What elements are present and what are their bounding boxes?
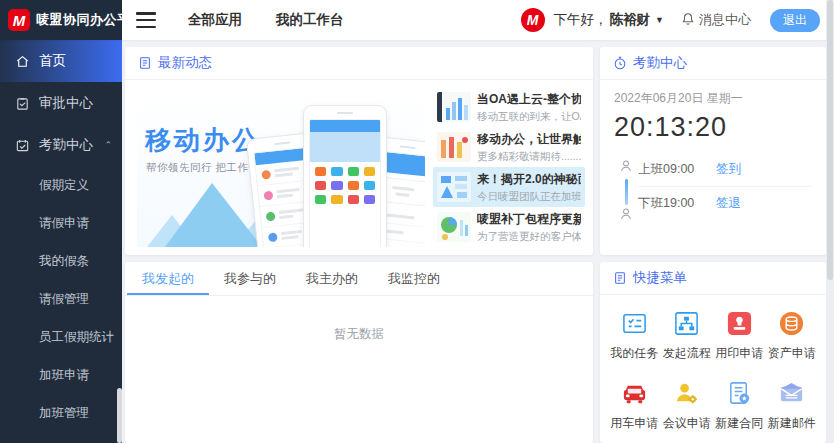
news-item-title: 唛盟补丁包程序更新 [477, 211, 581, 228]
news-thumbnail-chart [437, 92, 471, 122]
clock-out-label: 下班19:00 [638, 195, 716, 212]
quick-menu-card: 快捷菜单 我的任务 发起流程 用印申请 [600, 262, 826, 443]
collapse-menu-icon[interactable] [136, 12, 156, 28]
quick-meeting-apply[interactable]: 会议申请 [661, 379, 714, 432]
news-item-desc: 更多精彩敬请期待....... [477, 150, 581, 164]
sidebar-sub-employee-holiday-stats[interactable]: 员工假期统计 [0, 318, 122, 356]
tab-initiated-by-me[interactable]: 我发起的 [127, 262, 209, 295]
quick-menu-title: 快捷菜单 [633, 269, 687, 287]
quick-seal-apply[interactable]: 用印申请 [713, 309, 766, 362]
app-title: 唛盟协同办公平台 [36, 11, 144, 29]
quick-vehicle-apply[interactable]: 用车申请 [608, 379, 661, 432]
quick-asset-apply[interactable]: 资产申请 [766, 309, 819, 362]
news-item[interactable]: 唛盟补丁包程序更新 为了营造更好的客户体验，唛 [433, 207, 585, 247]
news-item-title: 当OA遇上云-整个协同OA [477, 91, 581, 108]
person-gear-icon [673, 379, 701, 407]
greeting-text: 下午好， [554, 11, 608, 29]
tab-participated-by-me[interactable]: 我参与的 [209, 262, 291, 295]
sidebar-item-label: 首页 [39, 52, 66, 70]
calendar-icon [15, 138, 30, 153]
sidebar-sub-leave-manage[interactable]: 请假管理 [0, 280, 122, 318]
attendance-title: 考勤中心 [633, 54, 687, 72]
clock-in-label: 上班09:00 [638, 161, 716, 178]
news-item-title: 移动办公，让世界触手可 [477, 131, 581, 148]
quick-item-label: 发起流程 [663, 345, 711, 362]
news-list: 当OA遇上云-整个协同OA 移动互联的到来，让OA与云 移动办公，让世界触手可 … [433, 87, 585, 247]
tab-monitored-by-me[interactable]: 我监控的 [373, 262, 455, 295]
news-item[interactable]: 移动办公，让世界触手可 更多精彩敬请期待....... [433, 127, 585, 167]
logout-button[interactable]: 退出 [770, 9, 820, 32]
person-icon [619, 207, 633, 225]
quick-item-label: 新建邮件 [768, 415, 816, 432]
top-header: M 唛盟协同办公平台 全部应用 我的工作台 M 下午好，陈裕财 ▼ 消息中心 退… [0, 0, 834, 40]
top-nav: 全部应用 我的工作台 [188, 11, 344, 29]
sidebar-scrollbar[interactable] [117, 388, 122, 443]
page-scrollbar-thumb[interactable] [827, 0, 833, 280]
clock-in-link[interactable]: 签到 [716, 161, 741, 178]
sidebar-item-label: 审批中心 [39, 94, 93, 112]
news-item[interactable]: 当OA遇上云-整个协同OA 移动互联的到来，让OA与云 [433, 87, 585, 127]
quick-item-label: 新建合同 [715, 415, 763, 432]
message-center-label: 消息中心 [699, 11, 751, 29]
user-name: 陈裕财 [610, 11, 651, 29]
quick-new-contract[interactable]: 新建合同 [713, 379, 766, 432]
quick-item-label: 会议申请 [663, 415, 711, 432]
news-banner: 移动办公 帮你领先同行 把工作带出办公室 [137, 87, 425, 247]
bell-icon [681, 12, 695, 29]
sidebar-item-attendance-center[interactable]: 考勤中心 ⌃ [0, 124, 122, 166]
news-item-desc: 为了营造更好的客户体验，唛 [477, 230, 581, 244]
sidebar: 首页 审批中心 考勤中心 ⌃ 假期定义 请假申请 我的假条 请假管理 员工假期统… [0, 40, 122, 443]
empty-state-text: 暂无数据 [125, 296, 593, 343]
document-icon [138, 56, 152, 70]
quick-item-label: 我的任务 [610, 345, 658, 362]
attendance-card: 考勤中心 2022年06月20日 星期一 20:13:20 上班09:00 [600, 47, 826, 255]
sidebar-sub-my-leave-notes[interactable]: 我的假条 [0, 242, 122, 280]
quick-menu-grid: 我的任务 发起流程 用印申请 资产申请 [600, 295, 826, 432]
header-right: M 下午好，陈裕财 ▼ 消息中心 退出 [521, 8, 834, 32]
quick-start-process[interactable]: 发起流程 [661, 309, 714, 362]
quick-item-label: 资产申请 [768, 345, 816, 362]
quick-new-mail[interactable]: 新建邮件 [766, 379, 819, 432]
news-item-title: 来！揭开2.0的神秘面纱- [477, 171, 581, 188]
sidebar-sub-leave-apply[interactable]: 请假申请 [0, 204, 122, 242]
flowchart-icon [673, 309, 701, 337]
stopwatch-icon [613, 56, 627, 70]
home-icon [15, 54, 30, 69]
sidebar-sub-overtime-apply[interactable]: 加班申请 [0, 356, 122, 394]
document-icon [613, 271, 627, 285]
envelope-icon [778, 379, 806, 407]
sidebar-sub-overtime-manage[interactable]: 加班管理 [0, 394, 122, 432]
tab-hosted-by-me[interactable]: 我主办的 [291, 262, 373, 295]
car-icon [620, 379, 648, 407]
news-item-desc: 移动互联的到来，让OA与云 [477, 110, 581, 124]
user-menu[interactable]: 下午好，陈裕财 ▼ [554, 11, 664, 29]
banner-headline: 移动办公 [145, 123, 261, 158]
nav-my-workbench[interactable]: 我的工作台 [276, 11, 344, 29]
database-icon [778, 309, 806, 337]
chevron-down-icon: ▼ [655, 15, 664, 25]
sidebar-item-home[interactable]: 首页 [0, 40, 122, 82]
person-icon [619, 159, 633, 177]
chevron-up-icon: ⌃ [104, 140, 112, 150]
tasks-tabs: 我发起的 我参与的 我主办的 我监控的 [125, 262, 593, 296]
quick-my-tasks[interactable]: 我的任务 [608, 309, 661, 362]
news-thumbnail-diagram [437, 172, 471, 202]
news-item-selected[interactable]: 来！揭开2.0的神秘面纱- 今日唛盟团队正在加班加点, [433, 167, 585, 207]
nav-all-apps[interactable]: 全部应用 [188, 11, 242, 29]
clock-out-link[interactable]: 签退 [716, 195, 741, 212]
attendance-body: 2022年06月20日 星期一 20:13:20 上班09:00 签到 [600, 80, 826, 225]
news-body: 移动办公 帮你领先同行 把工作带出办公室 [125, 80, 593, 255]
news-thumbnail-pie [437, 212, 471, 242]
timeline-connector [625, 179, 628, 205]
message-center[interactable]: 消息中心 [681, 11, 751, 29]
sidebar-sub-holiday-definition[interactable]: 假期定义 [0, 166, 122, 204]
avatar[interactable]: M [521, 8, 545, 32]
clock-in-row: 上班09:00 签到 [638, 153, 812, 186]
logo-m-icon: M [8, 9, 30, 31]
sidebar-item-approval-center[interactable]: 审批中心 [0, 82, 122, 124]
quick-menu-header: 快捷菜单 [600, 262, 826, 295]
page-scrollbar[interactable] [826, 0, 834, 443]
attendance-timeline [614, 153, 638, 225]
attendance-clock: 20:13:20 [614, 112, 812, 143]
latest-news-header: 最新动态 [125, 47, 593, 80]
